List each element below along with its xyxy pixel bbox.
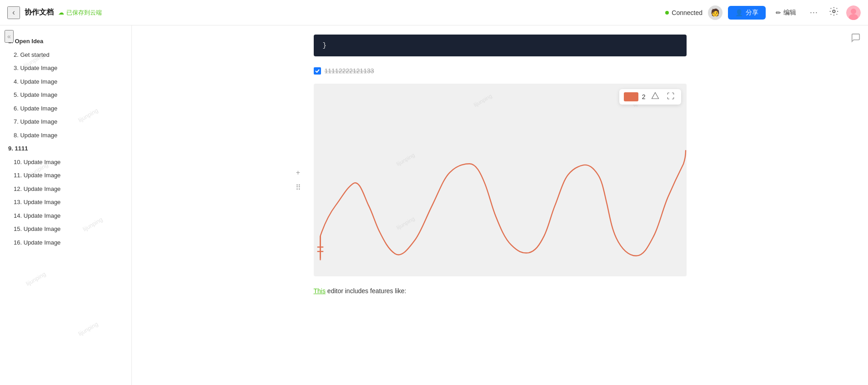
outline-list: 1. Open Idea2. Get started3. Update Imag… [0, 35, 131, 249]
fullscreen-button[interactable] [665, 91, 677, 103]
sidebar-outline-item[interactable]: 14. Update Image [4, 209, 128, 223]
comment-icon[interactable] [851, 33, 861, 45]
header: ‹ 协作文档 ☁ 已保存到云端 Connected 🧑 👤 分享 ✏ 编辑 ··… [0, 0, 868, 25]
editor-area: } 11112222121133 + ⠿ lijun [296, 25, 705, 306]
header-left: ‹ 协作文档 ☁ 已保存到云端 [7, 6, 660, 19]
add-block-button[interactable]: + [292, 166, 305, 179]
watermark: lijunping [77, 320, 99, 337]
main-content: } 11112222121133 + ⠿ lijun [132, 25, 868, 385]
user-avatar[interactable] [846, 5, 861, 20]
drag-block-button[interactable]: ⠿ [292, 181, 305, 194]
header-right: Connected 🧑 👤 分享 ✏ 编辑 ··· [665, 5, 861, 20]
sidebar-outline-item[interactable]: 10. Update Image [4, 155, 128, 169]
checkbox-item: 11112222121133 [314, 65, 687, 76]
doc-title: 协作文档 [25, 8, 54, 17]
sidebar-collapse-button[interactable]: « [5, 30, 14, 43]
svg-point-2 [851, 9, 856, 14]
connected-badge: Connected [665, 9, 702, 16]
body: « 1. Open Idea2. Get started3. Update Im… [0, 25, 868, 385]
color-picker[interactable] [624, 92, 638, 101]
sidebar-outline-item[interactable]: 12. Update Image [4, 182, 128, 196]
drawing-controls: 2 [619, 89, 681, 105]
more-button[interactable]: ··· [806, 6, 822, 19]
sidebar-outline-item[interactable]: 9. 1111 [4, 142, 128, 155]
connected-dot [665, 11, 669, 15]
drawing-container: lijunping lijunping lijunping lijunping … [314, 84, 687, 276]
share-button[interactable]: 👤 分享 [728, 6, 766, 20]
cloud-icon: ☁ [58, 9, 64, 16]
code-content: } [323, 42, 326, 49]
share-icon: 👤 [735, 9, 743, 16]
sidebar-outline-item[interactable]: 13. Update Image [4, 195, 128, 209]
edit-button[interactable]: ✏ 编辑 [771, 6, 801, 20]
back-button[interactable]: ‹ [7, 6, 20, 19]
sidebar-outline-item[interactable]: 2. Get started [4, 48, 128, 62]
sidebar-outline-item[interactable]: 8. Update Image [4, 129, 128, 142]
edit-label: 编辑 [783, 9, 796, 17]
sidebar-outline-item[interactable]: 4. Update Image [4, 75, 128, 89]
text-highlight: This [314, 287, 326, 295]
text-line: This editor includes features like: [314, 285, 687, 297]
save-status-text: 已保存到云端 [66, 9, 102, 17]
drawing-toolbar: + ⠿ [292, 166, 305, 194]
settings-button[interactable] [827, 5, 841, 20]
checkbox-label: 11112222121133 [325, 67, 374, 75]
draw-count: 2 [642, 93, 646, 100]
svg-marker-4 [652, 93, 658, 99]
save-status: ☁ 已保存到云端 [58, 9, 102, 17]
sidebar-outline-item[interactable]: 5. Update Image [4, 88, 128, 102]
connected-label: Connected [672, 9, 702, 16]
sidebar-outline-item[interactable]: 16. Update Image [4, 236, 128, 250]
share-label: 分享 [746, 9, 758, 17]
sidebar-outline-item[interactable]: 1. Open Idea [4, 35, 128, 48]
sidebar: « 1. Open Idea2. Get started3. Update Im… [0, 25, 132, 385]
avatar-connected-user: 🧑 [708, 5, 722, 20]
drawing-block-wrapper: + ⠿ lijunping lijunping lijunping lijunp… [314, 84, 687, 276]
sidebar-outline-item[interactable]: 11. Update Image [4, 169, 128, 182]
edit-pencil-icon: ✏ [776, 9, 781, 16]
sidebar-outline-item[interactable]: 3. Update Image [4, 61, 128, 75]
sidebar-outline-item[interactable]: 15. Update Image [4, 222, 128, 236]
checkbox[interactable] [314, 67, 321, 75]
svg-point-0 [833, 10, 835, 13]
code-block: } [314, 35, 687, 56]
text-rest: editor includes features like: [326, 287, 406, 295]
sidebar-outline-item[interactable]: 6. Update Image [4, 102, 128, 115]
erase-tool[interactable] [649, 91, 661, 103]
watermark: lijunping [25, 270, 47, 287]
drawing-canvas[interactable] [314, 84, 687, 275]
sidebar-outline-item[interactable]: 7. Update Image [4, 115, 128, 129]
